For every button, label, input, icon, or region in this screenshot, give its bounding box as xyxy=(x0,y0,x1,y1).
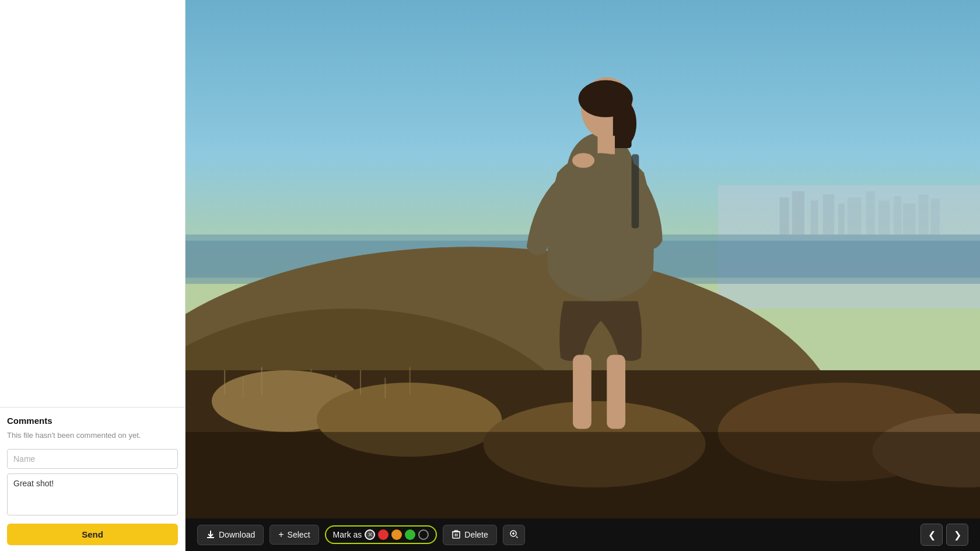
svg-rect-8 xyxy=(866,191,875,234)
svg-rect-7 xyxy=(848,198,861,235)
svg-rect-45 xyxy=(453,532,460,538)
mark-red-dot[interactable] xyxy=(378,529,388,540)
mark-as-label: Mark as xyxy=(333,530,362,539)
toolbar-left: Download + Select Mark as ✕ xyxy=(197,525,525,545)
sidebar: Comments This file hasn't been commented… xyxy=(0,0,186,551)
download-icon xyxy=(206,529,215,541)
next-button[interactable]: ❯ xyxy=(946,524,968,546)
mark-white-dot[interactable] xyxy=(418,529,429,540)
svg-rect-9 xyxy=(878,201,890,234)
sidebar-top xyxy=(0,0,185,407)
prev-icon: ❮ xyxy=(928,529,936,541)
bottom-toolbar: Download + Select Mark as ✕ xyxy=(186,518,980,551)
svg-rect-25 xyxy=(224,370,225,395)
svg-rect-10 xyxy=(894,196,901,235)
photo-display xyxy=(186,0,980,518)
svg-rect-3 xyxy=(792,191,804,234)
no-comments-text: This file hasn't been commented on yet. xyxy=(7,430,178,441)
svg-rect-32 xyxy=(384,378,386,398)
svg-rect-26 xyxy=(243,377,244,398)
svg-rect-30 xyxy=(335,375,337,397)
delete-label: Delete xyxy=(464,530,488,539)
name-input[interactable] xyxy=(7,449,178,469)
svg-rect-39 xyxy=(597,136,615,155)
delete-button[interactable]: Delete xyxy=(443,525,496,545)
svg-rect-44 xyxy=(186,432,980,518)
select-label: Select xyxy=(288,530,310,539)
svg-point-40 xyxy=(572,153,594,167)
toolbar-right: ❮ ❯ xyxy=(921,524,968,546)
comments-title: Comments xyxy=(7,416,178,426)
send-button[interactable]: Send xyxy=(7,524,178,545)
svg-rect-42 xyxy=(607,355,625,429)
mark-none-dot[interactable]: ✕ xyxy=(365,529,375,540)
svg-rect-28 xyxy=(286,373,287,396)
svg-rect-2 xyxy=(780,198,789,235)
svg-rect-11 xyxy=(903,203,915,234)
mark-yellow-dot[interactable] xyxy=(391,529,402,540)
svg-rect-33 xyxy=(410,367,411,395)
prev-button[interactable]: ❮ xyxy=(921,524,943,546)
next-icon: ❯ xyxy=(954,529,961,541)
download-label: Download xyxy=(219,530,255,539)
svg-rect-5 xyxy=(823,194,834,234)
svg-rect-6 xyxy=(838,203,845,234)
svg-rect-4 xyxy=(811,201,818,234)
mark-green-dot[interactable] xyxy=(405,529,415,540)
main-content: Download + Select Mark as ✕ xyxy=(186,0,980,551)
select-button[interactable]: + Select xyxy=(270,525,318,545)
delete-icon xyxy=(452,529,461,541)
svg-rect-13 xyxy=(931,199,940,234)
comments-section: Comments This file hasn't been commented… xyxy=(0,407,185,551)
download-button[interactable]: Download xyxy=(197,525,264,545)
mark-as-group: Mark as ✕ xyxy=(325,525,438,544)
svg-rect-29 xyxy=(310,369,312,395)
svg-rect-31 xyxy=(360,370,361,395)
zoom-icon xyxy=(509,529,519,541)
svg-rect-41 xyxy=(573,355,592,429)
svg-rect-43 xyxy=(632,155,639,229)
comment-textarea[interactable]: Great shot! xyxy=(7,473,178,515)
svg-rect-12 xyxy=(919,194,929,234)
svg-rect-38 xyxy=(613,99,632,148)
svg-rect-27 xyxy=(261,367,262,395)
zoom-button[interactable] xyxy=(503,525,525,545)
select-icon: + xyxy=(278,529,284,540)
image-container xyxy=(186,0,980,518)
